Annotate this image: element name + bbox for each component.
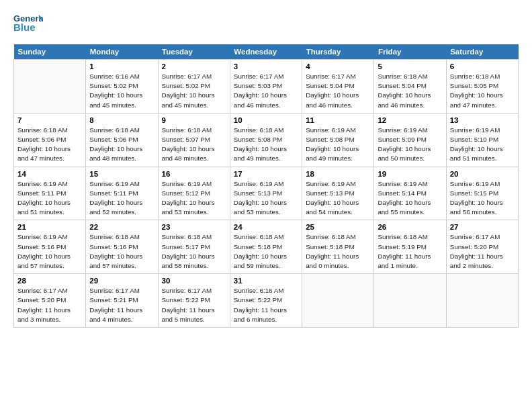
calendar-cell: 4Sunrise: 6:17 AM Sunset: 5:04 PM Daylig… (302, 60, 374, 113)
calendar-week-row: 1Sunrise: 6:16 AM Sunset: 5:02 PM Daylig… (14, 60, 519, 113)
day-header-monday: Monday (86, 44, 158, 60)
day-number: 26 (378, 223, 442, 231)
calendar-cell: 15Sunrise: 6:19 AM Sunset: 5:11 PM Dayli… (86, 167, 158, 220)
day-info: Sunrise: 6:18 AM Sunset: 5:18 PM Dayligh… (234, 232, 298, 271)
day-number: 11 (306, 116, 370, 124)
day-info: Sunrise: 6:18 AM Sunset: 5:19 PM Dayligh… (378, 232, 442, 271)
day-number: 15 (89, 170, 154, 178)
calendar-cell (446, 274, 518, 328)
day-number: 24 (234, 223, 298, 231)
day-number: 13 (450, 116, 515, 124)
day-info: Sunrise: 6:18 AM Sunset: 5:16 PM Dayligh… (89, 232, 154, 271)
calendar-cell (374, 274, 446, 328)
day-info: Sunrise: 6:18 AM Sunset: 5:18 PM Dayligh… (306, 232, 370, 271)
calendar-cell: 2Sunrise: 6:17 AM Sunset: 5:02 PM Daylig… (158, 60, 230, 113)
calendar-cell: 8Sunrise: 6:18 AM Sunset: 5:06 PM Daylig… (86, 113, 158, 167)
day-header-sunday: Sunday (14, 44, 86, 60)
day-info: Sunrise: 6:19 AM Sunset: 5:09 PM Dayligh… (378, 126, 442, 164)
day-info: Sunrise: 6:18 AM Sunset: 5:06 PM Dayligh… (17, 126, 82, 164)
day-info: Sunrise: 6:18 AM Sunset: 5:08 PM Dayligh… (234, 126, 298, 164)
day-number: 18 (306, 170, 370, 178)
day-number: 12 (378, 116, 442, 124)
day-number: 5 (378, 62, 442, 71)
day-info: Sunrise: 6:19 AM Sunset: 5:13 PM Dayligh… (234, 179, 298, 218)
calendar-cell: 28Sunrise: 6:17 AM Sunset: 5:20 PM Dayli… (14, 274, 86, 328)
day-info: Sunrise: 6:18 AM Sunset: 5:06 PM Dayligh… (89, 126, 154, 164)
day-info: Sunrise: 6:19 AM Sunset: 5:12 PM Dayligh… (162, 179, 226, 218)
day-number: 28 (17, 277, 82, 285)
day-number: 14 (17, 170, 82, 178)
day-info: Sunrise: 6:16 AM Sunset: 5:02 PM Dayligh… (89, 72, 154, 110)
calendar-cell: 26Sunrise: 6:18 AM Sunset: 5:19 PM Dayli… (374, 220, 446, 274)
calendar-cell: 31Sunrise: 6:16 AM Sunset: 5:22 PM Dayli… (230, 274, 302, 328)
day-info: Sunrise: 6:19 AM Sunset: 5:14 PM Dayligh… (378, 179, 442, 218)
calendar-cell: 7Sunrise: 6:18 AM Sunset: 5:06 PM Daylig… (14, 113, 86, 167)
day-info: Sunrise: 6:18 AM Sunset: 5:05 PM Dayligh… (450, 72, 515, 110)
calendar-week-row: 28Sunrise: 6:17 AM Sunset: 5:20 PM Dayli… (14, 274, 519, 328)
day-header-saturday: Saturday (446, 44, 518, 60)
day-number: 4 (306, 62, 370, 71)
calendar-cell: 10Sunrise: 6:18 AM Sunset: 5:08 PM Dayli… (230, 113, 302, 167)
day-number: 1 (89, 62, 154, 71)
day-number: 19 (378, 170, 442, 178)
day-header-tuesday: Tuesday (158, 44, 230, 60)
day-info: Sunrise: 6:19 AM Sunset: 5:10 PM Dayligh… (450, 126, 515, 164)
calendar-cell: 22Sunrise: 6:18 AM Sunset: 5:16 PM Dayli… (86, 220, 158, 274)
calendar-cell: 21Sunrise: 6:19 AM Sunset: 5:16 PM Dayli… (14, 220, 86, 274)
logo-block: General Blue (13, 12, 43, 38)
day-number: 8 (89, 116, 154, 124)
day-info: Sunrise: 6:17 AM Sunset: 5:20 PM Dayligh… (17, 286, 82, 324)
day-info: Sunrise: 6:17 AM Sunset: 5:21 PM Dayligh… (89, 286, 154, 324)
day-info: Sunrise: 6:19 AM Sunset: 5:11 PM Dayligh… (89, 179, 154, 218)
calendar-cell: 20Sunrise: 6:19 AM Sunset: 5:15 PM Dayli… (446, 167, 518, 220)
day-number: 16 (162, 170, 226, 178)
day-number: 3 (234, 62, 298, 71)
calendar-header-row: SundayMondayTuesdayWednesdayThursdayFrid… (14, 44, 519, 60)
page-container: General Blue SundayMondayTuesdayWednesda… (0, 0, 532, 334)
day-number: 6 (450, 62, 515, 71)
day-info: Sunrise: 6:18 AM Sunset: 5:07 PM Dayligh… (162, 126, 226, 164)
day-header-wednesday: Wednesday (230, 44, 302, 60)
day-info: Sunrise: 6:19 AM Sunset: 5:16 PM Dayligh… (17, 232, 82, 271)
calendar-cell: 27Sunrise: 6:17 AM Sunset: 5:20 PM Dayli… (446, 220, 518, 274)
day-info: Sunrise: 6:17 AM Sunset: 5:02 PM Dayligh… (162, 72, 226, 110)
calendar-cell: 12Sunrise: 6:19 AM Sunset: 5:09 PM Dayli… (374, 113, 446, 167)
day-number: 23 (162, 223, 226, 231)
svg-text:Blue: Blue (13, 21, 36, 33)
calendar-week-row: 14Sunrise: 6:19 AM Sunset: 5:11 PM Dayli… (14, 167, 519, 220)
calendar-cell: 1Sunrise: 6:16 AM Sunset: 5:02 PM Daylig… (86, 60, 158, 113)
calendar-cell: 16Sunrise: 6:19 AM Sunset: 5:12 PM Dayli… (158, 167, 230, 220)
day-number: 29 (89, 277, 154, 285)
day-info: Sunrise: 6:18 AM Sunset: 5:04 PM Dayligh… (378, 72, 442, 110)
calendar-cell: 19Sunrise: 6:19 AM Sunset: 5:14 PM Dayli… (374, 167, 446, 220)
day-number: 10 (234, 116, 298, 124)
day-number: 27 (450, 223, 515, 231)
day-number: 30 (162, 277, 226, 285)
day-header-thursday: Thursday (302, 44, 374, 60)
calendar-cell: 30Sunrise: 6:17 AM Sunset: 5:22 PM Dayli… (158, 274, 230, 328)
calendar-cell (302, 274, 374, 328)
day-info: Sunrise: 6:18 AM Sunset: 5:17 PM Dayligh… (162, 232, 226, 271)
calendar-table: SundayMondayTuesdayWednesdayThursdayFrid… (13, 44, 519, 328)
calendar-cell: 11Sunrise: 6:19 AM Sunset: 5:08 PM Dayli… (302, 113, 374, 167)
day-number: 25 (306, 223, 370, 231)
day-info: Sunrise: 6:19 AM Sunset: 5:11 PM Dayligh… (17, 179, 82, 218)
day-info: Sunrise: 6:19 AM Sunset: 5:08 PM Dayligh… (306, 126, 370, 164)
day-info: Sunrise: 6:17 AM Sunset: 5:03 PM Dayligh… (234, 72, 298, 110)
day-number: 2 (162, 62, 226, 71)
day-info: Sunrise: 6:17 AM Sunset: 5:22 PM Dayligh… (162, 286, 226, 324)
day-info: Sunrise: 6:16 AM Sunset: 5:22 PM Dayligh… (234, 286, 298, 324)
calendar-cell: 18Sunrise: 6:19 AM Sunset: 5:13 PM Dayli… (302, 167, 374, 220)
calendar-cell: 6Sunrise: 6:18 AM Sunset: 5:05 PM Daylig… (446, 60, 518, 113)
day-info: Sunrise: 6:19 AM Sunset: 5:15 PM Dayligh… (450, 179, 515, 218)
calendar-cell: 24Sunrise: 6:18 AM Sunset: 5:18 PM Dayli… (230, 220, 302, 274)
calendar-cell: 29Sunrise: 6:17 AM Sunset: 5:21 PM Dayli… (86, 274, 158, 328)
day-number: 17 (234, 170, 298, 178)
day-info: Sunrise: 6:17 AM Sunset: 5:20 PM Dayligh… (450, 232, 515, 271)
day-number: 20 (450, 170, 515, 178)
day-number: 9 (162, 116, 226, 124)
calendar-cell: 25Sunrise: 6:18 AM Sunset: 5:18 PM Dayli… (302, 220, 374, 274)
calendar-cell: 17Sunrise: 6:19 AM Sunset: 5:13 PM Dayli… (230, 167, 302, 220)
calendar-week-row: 21Sunrise: 6:19 AM Sunset: 5:16 PM Dayli… (14, 220, 519, 274)
day-info: Sunrise: 6:17 AM Sunset: 5:04 PM Dayligh… (306, 72, 370, 110)
